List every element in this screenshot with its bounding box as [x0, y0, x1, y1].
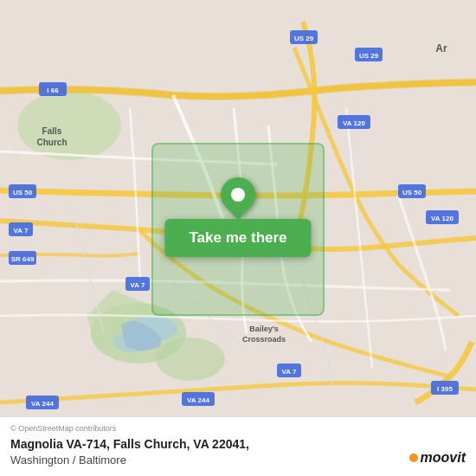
svg-text:VA 7: VA 7 [131, 281, 145, 289]
pin-center [231, 188, 245, 202]
svg-text:Bailey's: Bailey's [249, 325, 279, 333]
svg-text:Ar: Ar [435, 42, 447, 55]
bottom-bar: © OpenStreetMap contributors Magnolia VA… [0, 416, 476, 476]
location-title: Magnolia VA-714, Falls Church, VA 22041, [10, 437, 249, 451]
location-pin [221, 177, 255, 212]
moovit-text: moovit [421, 450, 466, 466]
moovit-dot [409, 453, 418, 462]
svg-text:SR 649: SR 649 [11, 255, 35, 263]
svg-text:VA 120: VA 120 [343, 119, 365, 127]
svg-text:VA 244: VA 244 [187, 396, 209, 404]
take-me-there-button[interactable]: Take me there [164, 219, 311, 257]
svg-text:US 29: US 29 [359, 52, 379, 60]
moovit-logo: moovit [409, 450, 466, 466]
svg-point-3 [156, 338, 225, 381]
svg-text:VA 120: VA 120 [431, 215, 453, 222]
svg-text:Falls: Falls [42, 126, 62, 136]
svg-text:Crossroads: Crossroads [242, 335, 286, 344]
svg-text:VA 244: VA 244 [31, 400, 54, 408]
location-subtitle: Washington / Baltimore [10, 453, 126, 466]
location-info: Magnolia VA-714, Falls Church, VA 22041,… [10, 436, 466, 467]
svg-text:US 50: US 50 [402, 189, 422, 196]
svg-text:I 395: I 395 [437, 385, 453, 393]
svg-point-1 [17, 91, 121, 160]
map-attribution: © OpenStreetMap contributors [10, 424, 466, 433]
svg-text:I 66: I 66 [47, 87, 59, 94]
svg-text:US 50: US 50 [13, 189, 33, 196]
svg-text:VA 7: VA 7 [282, 368, 297, 376]
map-container: I 66 US 29 US 29 VA 120 US 50 US 50 VA 1… [0, 0, 476, 476]
pin-marker [214, 170, 263, 220]
svg-text:US 29: US 29 [294, 35, 314, 42]
svg-text:Church: Church [37, 138, 68, 147]
svg-text:VA 7: VA 7 [14, 227, 29, 235]
